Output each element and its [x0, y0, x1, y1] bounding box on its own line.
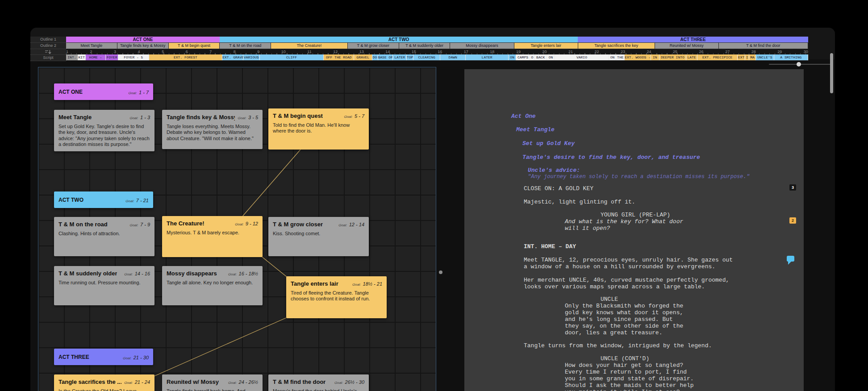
beat-card-reunited[interactable]: Reunited w/ Mossy Goal: 24 - 26½ Tangle … — [162, 374, 263, 391]
script-dialogue[interactable]: And what is the key for? What door will … — [565, 218, 786, 232]
beat-bar[interactable]: Mossy disappears — [450, 43, 514, 49]
beat-card-grow-closer[interactable]: T & M grow closer Goal: 12 - 14 Kiss. Sh… — [268, 217, 369, 256]
slider-knob[interactable] — [797, 62, 801, 67]
beat-bar[interactable]: T & M begin quest — [169, 43, 220, 49]
scene-strip[interactable]: OFF THE ROAD — [324, 54, 354, 60]
scene-strip[interactable]: IN — [651, 54, 659, 60]
scene-strip[interactable]: ON — [547, 54, 555, 60]
beat-bar[interactable]: T & M suddenly older — [399, 43, 451, 49]
scene-strip[interactable]: FOYER — [106, 54, 118, 60]
timeline-zoom-slider[interactable] — [769, 62, 832, 67]
beat-bar[interactable]: T & M grow closer — [348, 43, 399, 49]
scene-strip[interactable]: CAMPS — [516, 54, 530, 60]
script-note-quote[interactable]: "Any journey taken solely to reach a des… — [528, 174, 786, 180]
act-bar[interactable]: ACT TWO — [220, 37, 578, 42]
card-title: Tangle finds key & Mossy — [167, 114, 235, 121]
script-character[interactable]: UNCLE — [601, 296, 786, 303]
script-note[interactable]: Set up Gold Key — [522, 140, 786, 147]
beat-card-sacrifices-key[interactable]: Tangle sacrifices the ... Goal: 21 - 24 … — [54, 374, 154, 391]
scene-strip[interactable]: DEEPER INTO — [659, 54, 687, 60]
beat-bar[interactable]: Meet Tangle — [66, 43, 117, 49]
scene-strip[interactable]: ON — [509, 54, 516, 60]
note-count-badge[interactable]: 2 — [789, 217, 796, 224]
scene-order-icon[interactable] — [30, 49, 66, 55]
script-action[interactable]: Her merchant UNCLE, 40s, curved mustache… — [524, 277, 786, 290]
scrollbar-thumb[interactable] — [830, 53, 833, 93]
beat-bar[interactable]: The Creature! — [271, 43, 348, 49]
beat-card-begin-quest[interactable]: T & M begin quest Goal: 5 - 7 Told to fi… — [268, 108, 369, 150]
beat-card-find-the-door[interactable]: T & M find the door Goal: 26½ - 30 Mossy… — [268, 374, 369, 391]
act-card-one[interactable]: ACT ONE Goal: 1 - 7 — [54, 83, 153, 100]
scene-strip[interactable]: CLEARING — [413, 54, 441, 60]
scene-strip[interactable]: DO — [372, 54, 378, 60]
scene-strip[interactable]: EXT. GRAVEL — [222, 54, 243, 60]
act-card-two[interactable]: ACT TWO Goal: 7 - 21 — [54, 191, 153, 208]
scene-strip[interactable]: EXT. FOREST — [149, 54, 223, 60]
ruler-number: 15 — [412, 49, 416, 54]
script-note[interactable]: Uncle's advice: — [528, 167, 786, 174]
scene-strip[interactable]: EXT. WOODS - — [625, 54, 651, 60]
act-bar[interactable]: ACT THREE — [578, 37, 808, 42]
script-character[interactable]: YOUNG GIRL (PRE-LAP) — [601, 212, 786, 218]
scene-strip[interactable]: TOP — [407, 54, 413, 60]
script-action[interactable]: Meet TANGLE, 12, precocious eyes, unruly… — [524, 257, 786, 270]
ruler-number: 5 — [162, 49, 164, 54]
act-bar[interactable]: ACT ONE — [66, 37, 220, 42]
script-dialogue[interactable]: Only the Blacksmith who forged the gold … — [565, 303, 786, 336]
scene-strip[interactable]: GRAVEL — [354, 54, 372, 60]
scene-strip[interactable]: EXT. PRECIPICE — [697, 54, 738, 60]
beat-bar[interactable]: T & M on the road — [220, 43, 271, 49]
beat-bar[interactable]: Tangle enters lair — [514, 43, 578, 49]
script-beat-header[interactable]: Meet Tangle — [516, 126, 786, 133]
script-character[interactable]: UNCLE (CONT'D) — [601, 355, 786, 362]
script-act-header[interactable]: Act One — [511, 113, 786, 120]
scene-strip[interactable]: EXT — [738, 54, 745, 60]
beat-card-suddenly-older[interactable]: T & M suddenly older Goal: 14 - 16 Time … — [54, 266, 154, 305]
script-dialogue[interactable]: How does your hair get so tangled? Every… — [565, 362, 786, 391]
panel-resize-handle[interactable] — [439, 270, 442, 274]
scene-strip[interactable]: HOME - — [86, 54, 106, 60]
scene-strip[interactable]: THE — [616, 54, 625, 60]
scene-strip[interactable]: VARIO — [555, 54, 609, 60]
page-number-badge[interactable]: 3 — [789, 184, 796, 191]
scene-strip[interactable]: A SMITHING — [774, 54, 808, 60]
script-slugline[interactable]: INT. HOME – DAY — [524, 243, 786, 250]
timeline-rows: ACT ONEACT TWOACT THREE Meet TangleTangl… — [66, 37, 808, 61]
scene-strip[interactable]: MA — [749, 54, 756, 60]
scene-strip[interactable]: KIT — [78, 54, 86, 60]
beat-card-enters-lair[interactable]: Tangle enters lair Goal: 18½ - 21 Tired … — [286, 276, 387, 318]
script-action[interactable]: CLOSE ON: A GOLD KEY — [524, 185, 786, 192]
ruler-number: 30 — [804, 49, 808, 54]
scene-strip[interactable]: BASE OF — [378, 54, 393, 60]
beats-track: Meet TangleTangle finds key & MossyT & M… — [66, 43, 808, 49]
scene-strip[interactable]: ON — [609, 54, 617, 60]
scene-strip[interactable]: LATE — [686, 54, 697, 60]
beat-card-tangle-finds-key[interactable]: Tangle finds key & Mossy Goal: 3 - 5 Tan… — [162, 110, 263, 149]
scene-strip[interactable]: LATER — [393, 54, 407, 60]
beat-card-the-creature[interactable]: The Creature! Goal: 9 - 12 Mysterious. T… — [162, 216, 263, 257]
beat-bar[interactable]: Tangle sacrifices the key — [578, 43, 655, 49]
card-goal: Goal: 7 - 9 — [129, 220, 150, 228]
beat-card-mossy-disappears[interactable]: Mossy disappears Goal: 16 - 18½ Tangle a… — [162, 266, 263, 305]
scene-strip[interactable]: INT. — [66, 54, 78, 60]
scene-strip[interactable]: I — [745, 54, 749, 60]
beat-bar[interactable]: Tangle finds key & Mossy — [117, 43, 169, 49]
scene-strip[interactable]: LATER — [466, 54, 509, 60]
scene-strip[interactable]: CLIFF — [260, 54, 324, 60]
script-note[interactable]: Tangle's desire to find the key, door, a… — [522, 154, 786, 161]
act-card-three[interactable]: ACT THREE Goal: 21 - 30 — [54, 349, 153, 365]
card-goal: Goal: 21 - 24 — [124, 378, 150, 386]
scene-strip[interactable]: UNCLE'S — [756, 54, 774, 60]
scene-strip[interactable]: DAWN — [440, 54, 466, 60]
beat-bar[interactable]: Reunited w/ Mossy — [655, 43, 719, 49]
scene-strip[interactable]: FOYER - 5 — [118, 54, 149, 60]
script-action[interactable]: Majestic, light glinting off it. — [524, 199, 786, 205]
scene-strip[interactable]: VARIOUS — [243, 54, 260, 60]
script-action[interactable]: Tangle turns from the window, intrigued … — [524, 342, 786, 349]
scene-strip[interactable]: O — [530, 54, 535, 60]
beat-bar[interactable]: T & M find the door — [719, 43, 808, 49]
scene-strip[interactable]: BACK — [535, 54, 547, 60]
beat-card-meet-tangle[interactable]: Meet Tangle Goal: 1 - 3 Set up Gold Key.… — [54, 110, 154, 151]
beat-card-on-the-road[interactable]: T & M on the road Goal: 7 - 9 Clashing. … — [54, 217, 154, 256]
comment-icon[interactable] — [787, 256, 794, 262]
